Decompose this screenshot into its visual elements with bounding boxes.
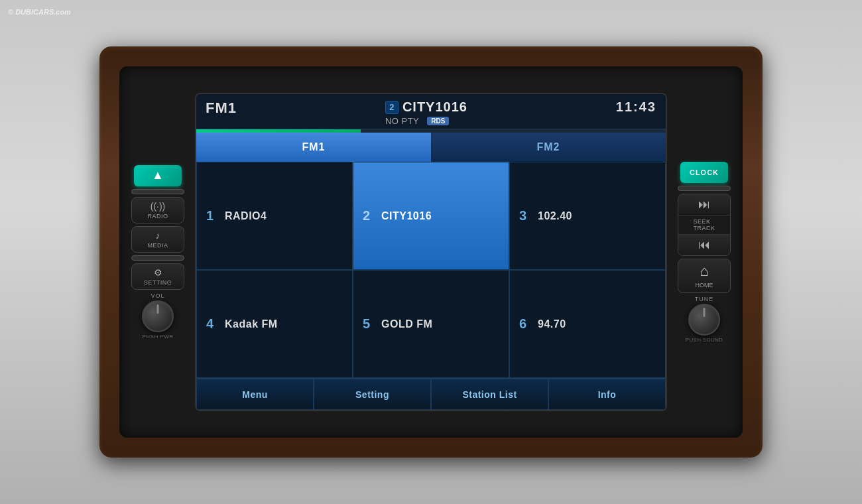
station-info: 2 CITY1016 NO PTY RDS	[385, 99, 467, 126]
media-icon: ♪	[156, 230, 160, 241]
home-icon: ⌂	[700, 263, 708, 280]
station-name-display: CITY1016	[402, 99, 467, 115]
media-button[interactable]: ♪ MEDIA	[131, 226, 184, 253]
radio-icon: ((·))	[151, 201, 166, 212]
station-index-2: 2	[363, 208, 376, 223]
station-index-3: 3	[519, 208, 532, 223]
seek-forward-button[interactable]: ⏭	[678, 194, 731, 216]
setting-icon: ⚙	[154, 267, 162, 278]
station-cell-5[interactable]: 5 GOLD FM	[353, 270, 509, 378]
station-name-2: CITY1016	[381, 210, 432, 222]
seek-track-label: SEEKTRACK	[678, 216, 731, 234]
eject-button[interactable]: ▲	[134, 165, 182, 186]
progress-bar	[196, 129, 666, 133]
fm-band-display: FM1	[206, 99, 237, 117]
station-index-6: 6	[519, 316, 532, 332]
rds-badge: RDS	[427, 117, 449, 125]
station-name-3: 102.40	[538, 210, 572, 222]
setting-label: SETTING	[144, 279, 172, 286]
seek-back-button[interactable]: ⏮	[678, 234, 731, 255]
seek-track-control: ⏭ SEEKTRACK ⏮	[678, 194, 731, 256]
watermark: © DUBICARS.com	[8, 8, 71, 16]
station-list-button[interactable]: Station List	[431, 379, 548, 410]
progress-bar-fill	[196, 129, 361, 133]
station-name-1: RADIO4	[225, 210, 267, 222]
station-name-4: Kadak FM	[225, 318, 278, 330]
info-button[interactable]: Info	[548, 379, 666, 410]
tune-control: TUNE PUSH SOUND	[686, 296, 723, 343]
media-label: MEDIA	[147, 242, 168, 249]
tab-fm2[interactable]: FM2	[431, 133, 666, 162]
right-controls: CLOCK ⏭ SEEKTRACK ⏮ ⌂ HOME TUNE PUSH SOU…	[671, 162, 737, 343]
fm-tabs: FM1 FM2	[196, 133, 666, 162]
vol-control: VOL PUSH PWR	[142, 292, 174, 340]
station-grid-row2: 4 Kadak FM 5 GOLD FM 6 94.70	[196, 270, 666, 378]
station-cell-4[interactable]: 4 Kadak FM	[196, 270, 353, 378]
radio-label: RADIO	[147, 213, 168, 220]
station-cell-2[interactable]: 2 CITY1016	[353, 162, 509, 270]
pty-row: NO PTY RDS	[385, 116, 450, 126]
station-num-badge: 2	[385, 101, 399, 114]
home-button[interactable]: ⌂ HOME	[678, 259, 731, 293]
station-number-row: 2 CITY1016	[385, 99, 467, 115]
station-index-5: 5	[363, 316, 376, 332]
clock-button[interactable]: CLOCK	[680, 162, 728, 183]
pty-text: NO PTY	[385, 116, 419, 126]
tune-knob[interactable]	[688, 304, 720, 336]
station-grid-row1: 1 RADIO4 2 CITY1016 3 102.40	[196, 162, 666, 270]
vol-label: VOL	[151, 292, 164, 299]
middle-slider[interactable]	[131, 255, 184, 261]
menu-button[interactable]: Menu	[196, 379, 314, 410]
vol-knob[interactable]	[142, 300, 174, 332]
station-cell-3[interactable]: 3 102.40	[509, 162, 666, 270]
station-cell-6[interactable]: 6 94.70	[509, 270, 666, 378]
screen-display: FM1 2 CITY1016 NO PTY RDS 11:43	[196, 94, 666, 410]
clock-display: 11:43	[616, 99, 656, 115]
right-slider[interactable]	[678, 186, 731, 191]
screen-header: FM1 2 CITY1016 NO PTY RDS 11:43	[196, 94, 666, 129]
station-cell-1[interactable]: 1 RADIO4	[196, 162, 353, 270]
push-pwr-label: PUSH PWR	[142, 334, 173, 340]
left-slider[interactable]	[131, 189, 184, 194]
station-name-6: 94.70	[538, 318, 566, 330]
panel-inner: ▲ ((·)) RADIO ♪ MEDIA ⚙ SETTING VOL PUSH…	[119, 66, 743, 438]
station-index-4: 4	[206, 316, 219, 332]
left-controls: ▲ ((·)) RADIO ♪ MEDIA ⚙ SETTING VOL PUSH…	[125, 165, 191, 340]
setting-screen-button[interactable]: Setting	[314, 379, 431, 410]
home-label: HOME	[696, 282, 713, 288]
station-name-5: GOLD FM	[381, 318, 432, 330]
tab-fm1[interactable]: FM1	[196, 133, 431, 162]
center-screen: FM1 2 CITY1016 NO PTY RDS 11:43	[195, 93, 667, 411]
push-sound-label: PUSH SOUND	[686, 337, 723, 343]
setting-button[interactable]: ⚙ SETTING	[131, 263, 184, 290]
car-panel: ▲ ((·)) RADIO ♪ MEDIA ⚙ SETTING VOL PUSH…	[99, 46, 763, 458]
station-index-1: 1	[206, 208, 219, 223]
radio-button[interactable]: ((·)) RADIO	[131, 197, 184, 223]
bottom-buttons: Menu Setting Station List Info	[196, 378, 666, 410]
tune-label: TUNE	[695, 296, 714, 302]
